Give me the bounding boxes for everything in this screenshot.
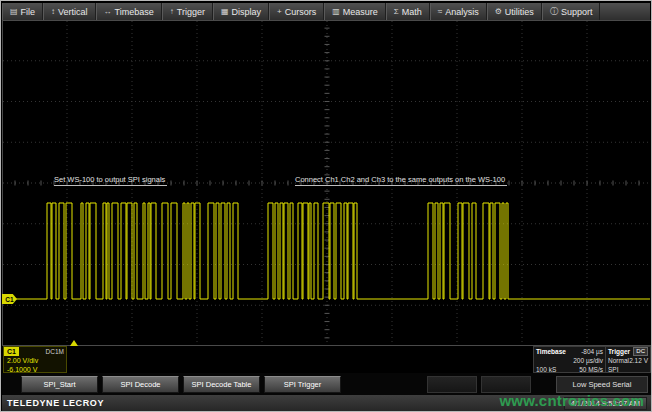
timebase-label: Timebase: [536, 347, 566, 356]
menu-label: Cursors: [285, 7, 317, 17]
menu-label: File: [21, 7, 36, 17]
horizontal-arrows-icon: ↔: [104, 7, 112, 16]
timebase-scale: 200 µs/div: [573, 356, 603, 365]
menu-label: Vertical: [58, 7, 88, 17]
trigger-mode: Normal: [608, 356, 629, 365]
spi-decode-button[interactable]: SPI Decode: [102, 376, 179, 393]
channel-tab: C1: [4, 347, 19, 356]
menu-measure[interactable]: ▥Measure: [324, 3, 386, 20]
trigger-coupling-badge: DC: [633, 347, 648, 356]
menu-utilities[interactable]: ⚙Utilities: [487, 3, 542, 20]
cursors-cross-icon: +: [277, 7, 282, 16]
menu-label: Utilities: [505, 7, 534, 17]
annotation-callout: Connect Ch1 Ch2 and Ch3 to the same outp…: [295, 175, 507, 186]
channel-descriptor[interactable]: C1 DC1M 2.00 V/div -6.1000 V: [3, 346, 67, 373]
spi-decode-table-button[interactable]: SPI Decode Table: [183, 376, 260, 393]
channel-scale: 2.00 V/div: [4, 356, 66, 365]
channel-coupling: DC1M: [46, 348, 66, 355]
menu-trigger[interactable]: ↑Trigger: [162, 3, 213, 20]
menu-vertical[interactable]: ↕Vertical: [43, 3, 96, 20]
menu-bar: ▤File↕Vertical↔Timebase↑Trigger▦Display+…: [2, 3, 650, 20]
trigger-descriptor[interactable]: Trigger DC Normal 2.12 V SPI: [606, 346, 651, 373]
trigger-level: 2.12 V: [629, 356, 648, 365]
watermark: www.cntronics.com: [499, 392, 644, 409]
menu-math[interactable]: ΣMath: [386, 3, 430, 20]
file-icon: ▤: [10, 7, 18, 16]
measure-icon: ▥: [332, 7, 340, 16]
utilities-gear-icon: ⚙: [495, 7, 502, 16]
menu-display[interactable]: ▦Display: [213, 3, 269, 20]
brand-logo: TELEDYNE LECROY: [7, 398, 104, 408]
menu-label: Math: [402, 7, 422, 17]
menu-label: Display: [232, 7, 262, 17]
analysis-wave-icon: ≈: [438, 7, 442, 16]
menu-label: Analysis: [445, 7, 479, 17]
vertical-arrows-icon: ↕: [51, 7, 55, 16]
serial-mode-label[interactable]: Low Speed Serial: [556, 376, 648, 393]
aux-button[interactable]: [427, 376, 477, 393]
display-grid-icon: ▦: [221, 7, 229, 16]
trigger-label: Trigger: [608, 347, 630, 356]
menu-cursors[interactable]: +Cursors: [269, 3, 324, 20]
menu-label: Timebase: [115, 7, 154, 17]
menu-label: Support: [561, 7, 593, 17]
trigger-arrow-icon: ↑: [170, 7, 174, 16]
channel-header: C1 DC1M: [4, 347, 66, 356]
menu-file[interactable]: ▤File: [2, 3, 43, 20]
menu-support[interactable]: ⓘSupport: [542, 3, 601, 20]
timebase-descriptor[interactable]: Timebase -804 µs 200 µs/div 100 kS 50 MS…: [533, 346, 606, 373]
support-info-icon: ⓘ: [550, 6, 558, 17]
oscilloscope-window: ▤File↕Vertical↔Timebase↑Trigger▦Display+…: [0, 0, 652, 412]
spi-trigger-button[interactable]: SPI Trigger: [264, 376, 341, 393]
menu-label: Trigger: [177, 7, 205, 17]
aux-button[interactable]: [481, 376, 531, 393]
timebase-delay: -804 µs: [581, 347, 603, 356]
menu-label: Measure: [343, 7, 378, 17]
menu-timebase[interactable]: ↔Timebase: [96, 3, 162, 20]
menu-analysis[interactable]: ≈Analysis: [430, 3, 487, 20]
spi-start-button[interactable]: SPI_Start: [21, 376, 98, 393]
waveform-display: C1 Set WS-100 to output SPI signalsConne…: [2, 20, 652, 346]
math-icon: Σ: [394, 7, 399, 16]
annotation-callout: Set WS-100 to output SPI signals: [54, 175, 167, 186]
descriptor-row: C1 DC1M 2.00 V/div -6.1000 V Timebase -8…: [2, 346, 652, 373]
